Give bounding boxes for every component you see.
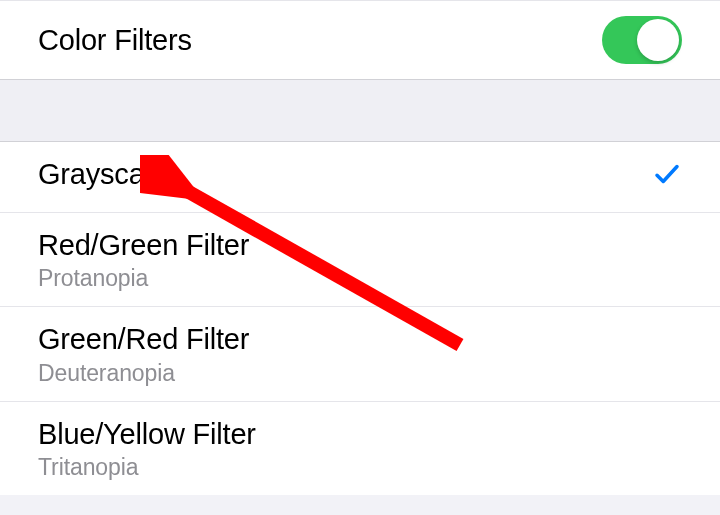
- section-gap: [0, 80, 720, 142]
- color-filters-row[interactable]: Color Filters: [0, 0, 720, 80]
- filter-subtitle: Deuteranopia: [38, 360, 249, 387]
- filter-option-blue-yellow[interactable]: Blue/Yellow Filter Tritanopia: [0, 402, 720, 495]
- filter-title: Green/Red Filter: [38, 321, 249, 357]
- color-filters-toggle[interactable]: [602, 16, 682, 64]
- color-filters-label: Color Filters: [38, 24, 192, 57]
- filter-subtitle: Protanopia: [38, 265, 249, 292]
- filter-subtitle: Tritanopia: [38, 454, 256, 481]
- filter-option-green-red[interactable]: Green/Red Filter Deuteranopia: [0, 307, 720, 401]
- checkmark-icon: [652, 156, 682, 198]
- toggle-knob: [637, 19, 679, 61]
- filter-title: Blue/Yellow Filter: [38, 416, 256, 452]
- filter-title: Grayscale: [38, 156, 167, 192]
- filter-option-grayscale[interactable]: Grayscale: [0, 142, 720, 213]
- filter-list: Grayscale Red/Green Filter Protanopia Gr…: [0, 142, 720, 495]
- filter-title: Red/Green Filter: [38, 227, 249, 263]
- filter-option-red-green[interactable]: Red/Green Filter Protanopia: [0, 213, 720, 307]
